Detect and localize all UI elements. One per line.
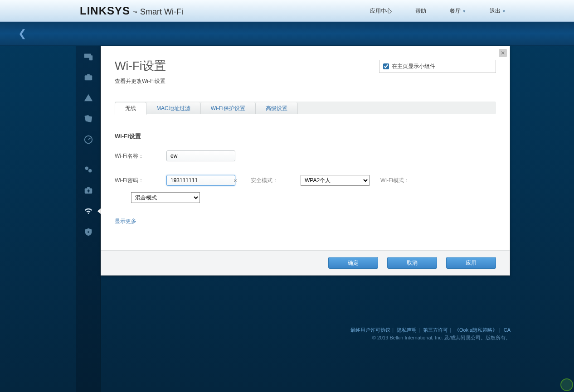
gears-icon [83, 165, 93, 174]
nav-logout[interactable]: 退出▼ [490, 7, 506, 15]
shield-icon [83, 227, 93, 237]
wifi-password-label: Wi-Fi密码： [115, 177, 160, 184]
back-strip: ❮ [0, 22, 574, 46]
tab-wireless[interactable]: 无线 [115, 102, 146, 115]
svg-rect-3 [87, 74, 90, 76]
wifi-password-input[interactable] [166, 175, 235, 186]
logo-text: LINKSYS [80, 5, 130, 17]
show-widget-checkbox[interactable]: 在主页显示小组件 [379, 60, 496, 73]
clear-input-icon[interactable]: × [231, 177, 240, 184]
tab-advanced[interactable]: 高级设置 [256, 102, 298, 114]
warning-icon [83, 93, 93, 103]
svg-point-8 [88, 169, 92, 172]
sidebar [76, 46, 101, 392]
logo-subtitle: Smart Wi-Fi [140, 7, 183, 17]
svg-point-14 [88, 231, 89, 233]
svg-rect-2 [84, 75, 92, 80]
button-bar: 确定 取消 应用 [101, 250, 510, 275]
svg-rect-12 [87, 190, 89, 191]
nav-room-label: 餐厅 [450, 8, 461, 14]
close-button[interactable]: ✕ [499, 49, 507, 57]
security-mode-label: 安全模式： [251, 177, 278, 184]
back-chevron-icon[interactable]: ❮ [18, 28, 26, 39]
nav-logout-label: 退出 [490, 8, 501, 14]
svg-rect-10 [87, 187, 90, 189]
footer-third-party[interactable]: 第三方许可 [423, 327, 448, 333]
chevron-down-icon: ▼ [502, 9, 506, 14]
nav-help[interactable]: 帮助 [415, 7, 426, 15]
chevron-down-icon: ▼ [462, 9, 466, 14]
page-subtitle: 查看并更改Wi-Fi设置 [115, 77, 496, 85]
svg-point-13 [88, 213, 89, 214]
sidebar-item-troubleshoot[interactable] [76, 180, 100, 201]
nav-room[interactable]: 餐厅▼ [450, 7, 466, 15]
section-title: Wi-Fi设置 [115, 132, 496, 140]
sidebar-item-guest-access[interactable] [76, 67, 100, 87]
wifi-mode-select[interactable]: 混合模式 [131, 192, 200, 203]
status-indicator-icon [560, 378, 573, 391]
sidebar-item-connectivity[interactable] [76, 159, 100, 180]
devices-icon [83, 51, 93, 61]
wifi-name-label: Wi-Fi名称： [115, 152, 160, 160]
footer-copyright: © 2019 Belkin International, Inc. 及/或其附属… [350, 334, 511, 342]
sidebar-item-security[interactable] [76, 222, 100, 242]
wifi-mode-label: Wi-Fi模式： [380, 177, 409, 184]
tab-mac-filter[interactable]: MAC地址过滤 [146, 102, 201, 114]
nav-app-center[interactable]: 应用中心 [370, 7, 392, 15]
cards-icon [83, 114, 93, 124]
show-widget-label: 在主页显示小组件 [392, 63, 435, 70]
cancel-button[interactable]: 取消 [387, 257, 437, 269]
medkit-icon [83, 185, 93, 195]
security-mode-select[interactable]: WPA2个人 [301, 175, 370, 186]
logo-tm: ™ [133, 10, 137, 15]
sidebar-item-network-map[interactable] [76, 46, 100, 67]
sidebar-item-speed-test[interactable] [76, 129, 100, 150]
svg-rect-1 [89, 55, 92, 60]
tab-bar: 无线 MAC地址过滤 Wi-Fi保护设置 高级设置 [115, 102, 496, 114]
wifi-name-input[interactable] [166, 150, 235, 161]
form-area: Wi-Fi设置 Wi-Fi名称： Wi-Fi密码： × 安全模式： WPA2个人… [101, 114, 510, 250]
logo: LINKSYS™ Smart Wi-Fi [80, 5, 183, 17]
wifi-icon [83, 206, 93, 216]
show-widget-checkbox-input[interactable] [383, 63, 389, 69]
footer-eula[interactable]: 最终用户许可协议 [350, 327, 390, 333]
gauge-icon [83, 135, 93, 145]
show-more-link[interactable]: 显示更多 [115, 218, 136, 224]
ok-button[interactable]: 确定 [328, 257, 378, 269]
footer-ookla[interactable]: 《Ookla隐私策略》 [454, 327, 497, 333]
footer-privacy[interactable]: 隐私声明 [397, 327, 417, 333]
sidebar-item-parental-controls[interactable] [76, 87, 100, 108]
apply-button[interactable]: 应用 [446, 257, 496, 269]
settings-panel: ✕ Wi-Fi设置 查看并更改Wi-Fi设置 在主页显示小组件 无线 MAC地址… [101, 46, 510, 276]
sidebar-item-wireless[interactable] [76, 201, 100, 222]
top-nav: 应用中心 帮助 餐厅▼ 退出▼ [370, 0, 506, 22]
sidebar-item-media-priority[interactable] [76, 108, 100, 129]
footer: 最终用户许可协议| 隐私声明| 第三方许可| 《Ookla隐私策略》| CA ©… [350, 326, 511, 342]
tab-wps[interactable]: Wi-Fi保护设置 [201, 102, 256, 114]
svg-point-7 [85, 167, 88, 170]
briefcase-icon [83, 72, 93, 82]
footer-ca[interactable]: CA [504, 327, 511, 333]
top-bar: LINKSYS™ Smart Wi-Fi 应用中心 帮助 餐厅▼ 退出▼ [0, 0, 574, 22]
